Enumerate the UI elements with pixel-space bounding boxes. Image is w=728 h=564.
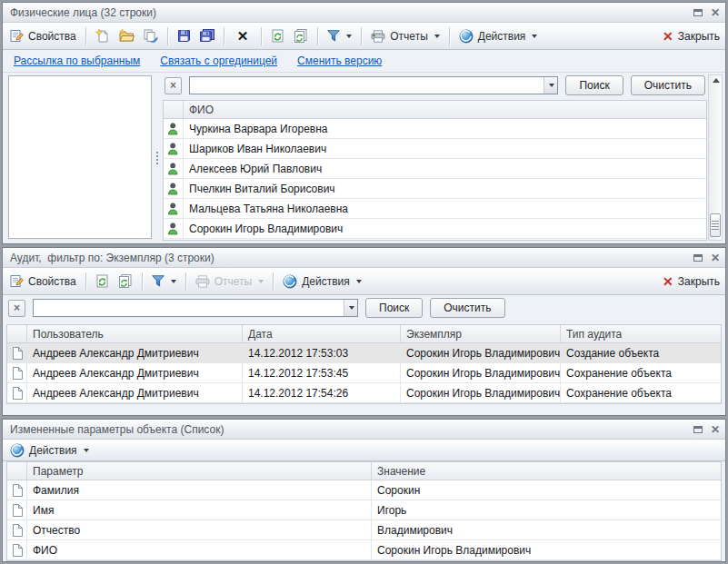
person-icon — [167, 123, 180, 135]
audit-row[interactable]: Андреев Александр Дмитриевич 14.12.2012 … — [7, 383, 721, 403]
properties-button[interactable]: Свойства — [6, 272, 80, 290]
toolbar-separator — [361, 27, 362, 45]
param-row[interactable]: ФИО Сорокин Игорь Владимирович — [7, 540, 721, 560]
audit-row[interactable]: Андреев Александр Дмитриевич 14.12.2012 … — [7, 363, 721, 383]
clear-button[interactable]: Очистить — [430, 298, 504, 318]
panel-audit: Аудит, фильтр по: Экземпляр (3 строки) ✕… — [2, 247, 726, 416]
column-fio[interactable]: ФИО — [184, 101, 706, 118]
column-value[interactable]: Значение — [372, 462, 721, 480]
link-change-version[interactable]: Сменить версию — [297, 54, 382, 67]
maximize-icon[interactable] — [693, 9, 703, 16]
column-audit-type[interactable]: Тип аудита — [561, 325, 721, 342]
panel-changed-params: Измененные параметры объекта (Список) ✕ … — [2, 419, 726, 562]
person-row[interactable]: Шариков Иван Николаевич — [164, 139, 706, 159]
person-row[interactable]: Мальцева Татьяна Николаевна — [164, 199, 706, 219]
param-row[interactable]: Отчество Владимирович — [7, 520, 721, 540]
reports-button[interactable]: Отчеты — [367, 28, 443, 45]
person-icon — [167, 203, 180, 215]
column-user[interactable]: Пользователь — [27, 325, 243, 342]
audit-titlebar: Аудит, фильтр по: Экземпляр (3 строки) ✕ — [3, 248, 725, 268]
filter-button[interactable] — [324, 28, 355, 44]
column-parameter[interactable]: Параметр — [27, 462, 372, 480]
close-panel-button[interactable]: ✕ Закрыть — [663, 30, 720, 43]
search-input[interactable] — [190, 77, 544, 94]
audit-grid-header[interactable]: Пользователь Дата Экземпляр Тип аудита — [7, 325, 721, 343]
maximize-icon[interactable] — [693, 426, 703, 433]
refresh-all-button[interactable] — [290, 27, 312, 45]
person-row[interactable]: Чуркина Варвара Игоревна — [164, 119, 706, 139]
persons-grid-header[interactable]: ФИО — [164, 101, 706, 119]
audit-search-row: × Поиск Очистить — [3, 295, 725, 324]
toolbar-separator — [317, 27, 318, 45]
search-input[interactable] — [34, 300, 344, 316]
properties-icon — [10, 274, 24, 288]
search-combobox[interactable] — [33, 299, 358, 317]
vertical-scrollbar[interactable] — [708, 74, 723, 241]
combo-dropdown-button[interactable] — [544, 77, 557, 94]
save-all-button[interactable] — [196, 27, 218, 45]
filter-button[interactable] — [148, 273, 180, 289]
document-icon — [12, 504, 23, 517]
refresh-button[interactable] — [267, 27, 288, 45]
refresh-all-button[interactable] — [115, 272, 136, 290]
audit-grid: Пользователь Дата Экземпляр Тип аудита А… — [6, 324, 722, 404]
link-send-to-selected[interactable]: Рассылка по выбранным — [14, 54, 140, 67]
person-row[interactable]: Алексеев Юрий Павлович — [164, 159, 706, 179]
new-record-button[interactable] — [92, 27, 114, 45]
copy-icon — [144, 29, 158, 44]
column-instance[interactable]: Экземпляр — [401, 325, 561, 342]
close-panel-button[interactable]: ✕ Закрыть — [663, 275, 720, 288]
column-date[interactable]: Дата — [243, 325, 401, 342]
close-icon[interactable]: ✕ — [711, 7, 720, 18]
open-button[interactable] — [115, 27, 138, 45]
refresh-all-icon — [118, 274, 133, 288]
scrollbar-thumb[interactable] — [710, 213, 721, 237]
close-icon[interactable]: ✕ — [711, 424, 720, 435]
param-row[interactable]: Фамилия Сорокин — [7, 480, 721, 500]
persons-search-row: × Поиск Очистить — [163, 74, 707, 100]
maximize-icon[interactable] — [693, 254, 703, 262]
link-bind-orgunit[interactable]: Связать с оргединицей — [160, 54, 277, 67]
delete-button[interactable]: ✕ — [230, 27, 256, 45]
chevron-down-icon — [434, 35, 440, 38]
param-row[interactable]: Имя Игорь — [7, 500, 721, 520]
actions-button[interactable]: Действия — [279, 272, 365, 291]
document-icon — [12, 484, 23, 497]
save-button[interactable] — [174, 27, 194, 45]
combo-dropdown-button[interactable] — [344, 300, 357, 316]
document-icon — [12, 347, 23, 360]
params-grid-header[interactable]: Параметр Значение — [7, 462, 721, 480]
clear-button[interactable]: Очистить — [631, 75, 705, 95]
open-folder-icon — [119, 29, 135, 43]
person-icon — [167, 143, 180, 155]
chevron-down-icon — [356, 280, 362, 283]
audit-row[interactable]: Андреев Александр Дмитриевич 14.12.2012 … — [7, 343, 721, 363]
vertical-splitter[interactable] — [152, 74, 163, 241]
properties-button[interactable]: Свойства — [6, 27, 80, 45]
persons-titlebar: Физические лица (32 строки) ✕ — [3, 3, 725, 23]
search-button[interactable]: Поиск — [565, 75, 623, 95]
chevron-down-icon — [171, 280, 176, 283]
copy-button[interactable] — [140, 27, 162, 45]
action-links-row: Рассылка по выбранным Связать с оргедини… — [3, 50, 725, 73]
scroll-up-icon[interactable] — [713, 78, 720, 83]
chevron-down-icon — [549, 84, 554, 87]
actions-button[interactable]: Действия — [455, 27, 542, 45]
clear-filter-icon[interactable]: × — [165, 77, 182, 94]
actions-button[interactable]: Действия — [6, 441, 93, 460]
clear-filter-icon[interactable]: × — [8, 300, 25, 317]
search-combobox[interactable] — [189, 76, 558, 94]
close-red-icon: ✕ — [663, 275, 673, 288]
params-grid: Параметр Значение Фамилия Сорокин Имя Иг… — [6, 461, 722, 561]
params-toolbar: Действия — [3, 440, 725, 461]
audit-toolbar: Свойства — [3, 268, 725, 295]
chevron-down-icon — [349, 306, 354, 310]
toolbar-separator — [449, 27, 450, 45]
search-button[interactable]: Поиск — [365, 298, 423, 318]
document-icon — [12, 387, 23, 400]
close-icon[interactable]: ✕ — [711, 252, 720, 263]
person-row[interactable]: Пчелкин Виталий Борисович — [164, 179, 706, 199]
left-tree-pane[interactable] — [8, 75, 152, 239]
person-row[interactable]: Сорокин Игорь Владимирович — [164, 219, 706, 239]
refresh-button[interactable] — [92, 272, 113, 290]
